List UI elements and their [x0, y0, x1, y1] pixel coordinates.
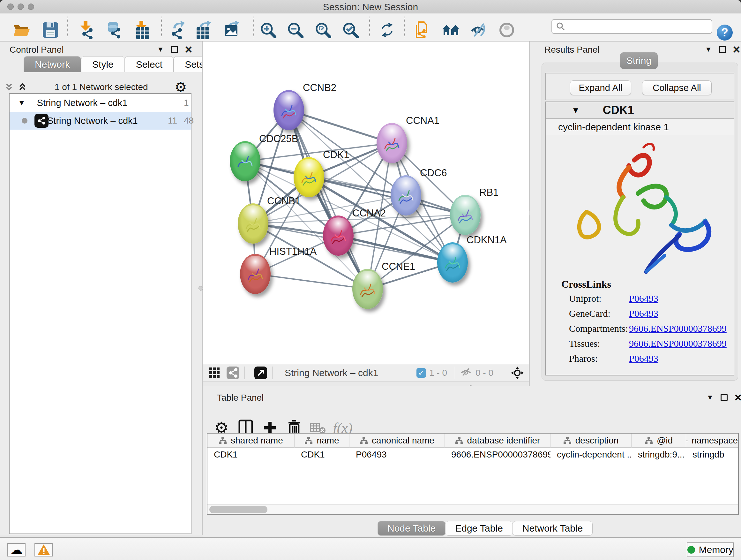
- network-collection-row[interactable]: ▼ String Network – cdk1 1: [10, 94, 191, 112]
- table-cell[interactable]: CDK1: [294, 448, 349, 462]
- protein-ribbon-thumbnail: [299, 166, 319, 190]
- gene-collapse-icon[interactable]: ▼: [571, 105, 580, 115]
- birds-eye-homes-icon[interactable]: [441, 20, 461, 40]
- crosslink-row: Pharos:P06493: [569, 353, 729, 368]
- node-label-CDC6: CDC6: [420, 167, 447, 179]
- import-network-file-icon[interactable]: [77, 20, 97, 40]
- toolbar-separator: [245, 367, 245, 379]
- table-cell[interactable]: cyclin-dependent ...: [550, 448, 631, 462]
- network-options-gear-icon[interactable]: ⚙: [175, 80, 187, 94]
- uniprot-link[interactable]: P06493: [629, 293, 658, 308]
- network-view-icon[interactable]: [226, 366, 240, 380]
- network-node-CCNB1[interactable]: [238, 203, 268, 244]
- gene-header-row[interactable]: ▼ CDK1: [546, 102, 734, 119]
- close-panel-icon[interactable]: ×: [733, 46, 740, 53]
- collapse-all-icon[interactable]: [3, 81, 15, 93]
- zoom-selected-icon[interactable]: [340, 20, 360, 40]
- search-input[interactable]: [565, 21, 703, 32]
- help-button[interactable]: ?: [717, 24, 733, 41]
- table-cell[interactable]: stringdb:9...: [631, 448, 686, 462]
- cloud-status-button[interactable]: ☁: [7, 543, 25, 557]
- refresh-icon[interactable]: [377, 20, 397, 40]
- column-header--id[interactable]: @id: [631, 434, 686, 448]
- tissues-link[interactable]: 9606.ENSP00000378699: [629, 338, 727, 353]
- grid-view-icon[interactable]: [207, 366, 221, 380]
- expand-all-button[interactable]: Expand All: [570, 80, 631, 95]
- results-tab-string[interactable]: String: [620, 52, 658, 69]
- close-panel-icon[interactable]: ×: [735, 394, 741, 401]
- gene-description: cyclin-dependent kinase 1: [546, 119, 734, 135]
- network-node-CCNE1[interactable]: [352, 269, 383, 309]
- pharos-link[interactable]: P06493: [629, 353, 658, 368]
- maximize-panel-icon[interactable]: [719, 46, 726, 53]
- tab-select[interactable]: Select: [125, 56, 174, 72]
- node-label-CCNE1: CCNE1: [382, 261, 415, 272]
- float-panel-icon[interactable]: ▼: [705, 45, 712, 54]
- memory-status-dot: [687, 546, 695, 554]
- column-header-database-identifier[interactable]: database identifier: [445, 434, 550, 448]
- network-node-CCNB2[interactable]: [273, 90, 304, 130]
- zoom-out-icon[interactable]: [285, 20, 306, 40]
- tab-network-table[interactable]: Network Table: [513, 521, 593, 536]
- genecard-link[interactable]: P06493: [629, 308, 658, 323]
- tab-edge-table[interactable]: Edge Table: [445, 521, 513, 536]
- network-node-CCNA1[interactable]: [377, 123, 407, 163]
- network-row-selected[interactable]: String Network – cdk1 11 48: [10, 112, 191, 130]
- tab-style[interactable]: Style: [81, 56, 125, 72]
- protein-ribbon-thumbnail: [279, 99, 299, 123]
- zoom-fit-icon[interactable]: [313, 20, 333, 40]
- table-cell[interactable]: 9606.ENSP00000378699: [445, 448, 550, 462]
- table-hscrollbar-thumb[interactable]: [209, 506, 267, 513]
- crosslink-row: Uniprot:P06493: [569, 293, 729, 308]
- float-panel-icon[interactable]: ▼: [157, 45, 164, 54]
- network-node-CDK1[interactable]: [293, 157, 324, 197]
- copy-style-icon[interactable]: [412, 20, 432, 40]
- export-table-icon[interactable]: [193, 20, 214, 40]
- maximize-panel-icon[interactable]: [171, 46, 178, 53]
- left-splitter-handle[interactable]: [199, 286, 203, 291]
- collection-expand-icon[interactable]: ▼: [18, 98, 25, 107]
- table-cell[interactable]: stringdb: [686, 448, 738, 462]
- tab-network[interactable]: Network: [23, 56, 81, 72]
- table-cell[interactable]: P06493: [349, 448, 445, 462]
- import-network-database-icon[interactable]: [104, 20, 124, 40]
- export-image-icon[interactable]: [221, 20, 242, 40]
- network-canvas[interactable]: CCNB2 CCNA1 CDC25B CDK1 CDC6: [203, 42, 529, 364]
- save-session-icon[interactable]: [40, 20, 61, 40]
- float-panel-icon[interactable]: ▼: [706, 393, 714, 401]
- network-view-title: String Network – cdk1: [285, 368, 378, 378]
- network-node-CDKN1A[interactable]: [437, 242, 468, 283]
- column-header-canonical-name[interactable]: canonical name: [349, 434, 445, 448]
- warnings-button[interactable]: [35, 543, 53, 557]
- collapse-all-button[interactable]: Collapse All: [642, 80, 712, 95]
- open-session-icon[interactable]: [11, 20, 32, 40]
- network-node-HIST1H1A[interactable]: [240, 254, 271, 294]
- protein-ribbon-thumbnail: [243, 212, 263, 237]
- birds-eye-toggle-icon[interactable]: [510, 366, 524, 380]
- search-box[interactable]: [551, 19, 712, 34]
- table-cell[interactable]: CDK1: [207, 448, 294, 462]
- network-node-CCNA2[interactable]: [323, 215, 354, 256]
- memory-button[interactable]: Memory: [687, 543, 734, 557]
- node-label-CCNA2: CCNA2: [352, 207, 386, 219]
- network-node-RB1[interactable]: [450, 195, 481, 235]
- network-node-CDC6[interactable]: [391, 175, 421, 215]
- network-node-CDC25B[interactable]: [230, 141, 260, 181]
- export-network-icon[interactable]: [167, 20, 188, 40]
- compartments-link[interactable]: 9606.ENSP00000378699: [629, 323, 727, 338]
- import-table-icon[interactable]: [132, 20, 153, 40]
- zoom-in-icon[interactable]: [258, 20, 278, 40]
- column-header-shared-name[interactable]: shared name: [207, 434, 294, 448]
- column-header-name[interactable]: name: [294, 434, 349, 448]
- column-header-description[interactable]: description: [550, 434, 631, 448]
- show-hide-panel-icon[interactable]: [468, 20, 489, 40]
- tab-node-table[interactable]: Node Table: [378, 521, 446, 536]
- gene-details-box: ▼ CDK1 cyclin-dependent kinase 1 CrossLi…: [545, 102, 734, 375]
- node-table: shared namenamecanonical namedatabase id…: [207, 433, 739, 515]
- close-panel-icon[interactable]: ×: [185, 46, 192, 53]
- selected-checkbox-icon[interactable]: ✓: [416, 368, 426, 378]
- detach-view-icon[interactable]: [254, 366, 268, 380]
- expand-all-icon[interactable]: [17, 81, 28, 93]
- column-header-namespace[interactable]: namespace: [686, 434, 738, 448]
- maximize-panel-icon[interactable]: [721, 394, 728, 401]
